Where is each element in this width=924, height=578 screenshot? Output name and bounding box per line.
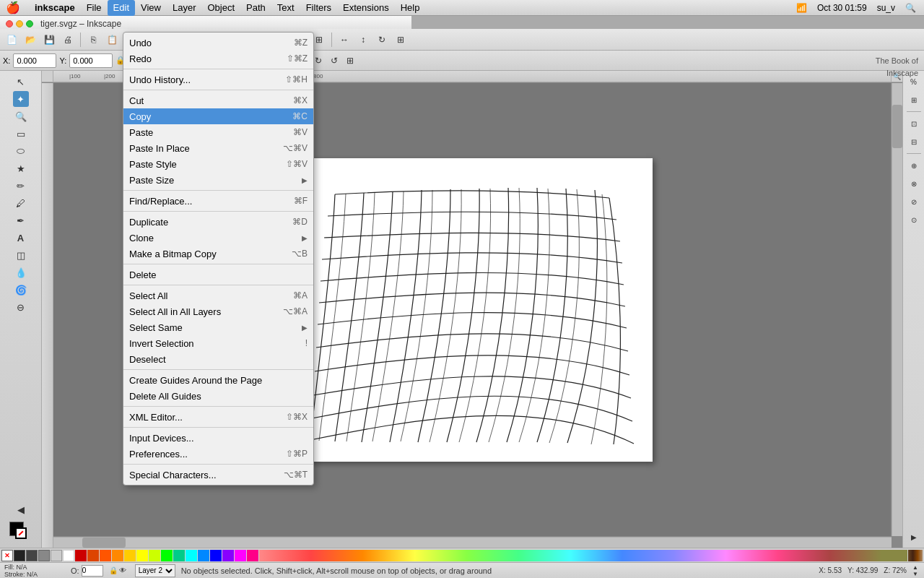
menubar-view[interactable]: View <box>135 0 167 16</box>
light-gray-swatch[interactable] <box>51 550 62 561</box>
menu-find-replace[interactable]: Find/Replace... ⌘F <box>123 193 313 209</box>
menu-redo[interactable]: Redo ⇧⌘Z <box>123 51 313 66</box>
menu-select-all-layers[interactable]: Select All in All Layers ⌥⌘A <box>123 303 313 319</box>
transform-btn1[interactable]: ↔ <box>336 31 353 48</box>
grid-btn[interactable]: ⊞ <box>392 31 409 48</box>
right-btn-6[interactable]: ⊗ <box>906 176 922 191</box>
status-scroll[interactable]: ▲ ▼ <box>912 564 920 577</box>
menubar-text[interactable]: Text <box>271 0 300 16</box>
y-input[interactable] <box>69 53 113 68</box>
close-btn-front[interactable] <box>6 20 13 27</box>
pencil-tool[interactable]: ✏ <box>13 178 29 194</box>
menu-paste-size[interactable]: Paste Size ▶ <box>123 172 313 188</box>
x-input[interactable] <box>13 53 56 68</box>
stroke-color-box[interactable] <box>15 527 27 539</box>
paste-btn-t[interactable]: 📋 <box>103 31 121 48</box>
purple-swatch[interactable] <box>222 550 234 561</box>
horizontal-scrollbar[interactable] <box>53 537 892 548</box>
menubar-help[interactable]: Help <box>395 0 426 16</box>
yellow-orange-swatch[interactable] <box>124 550 136 561</box>
node-tool[interactable]: ✦ <box>13 91 29 107</box>
menu-cut[interactable]: Cut ⌘X <box>123 92 313 108</box>
dropper-tool[interactable]: 💧 <box>13 264 29 280</box>
snap-grid-btn[interactable]: ⊞ <box>343 53 357 68</box>
menubar-edit[interactable]: Edit <box>108 0 135 16</box>
orange-swatch[interactable] <box>100 550 111 561</box>
teal-swatch[interactable] <box>173 550 185 561</box>
yellow-green-swatch[interactable] <box>149 550 160 561</box>
select-tool[interactable]: ↖ <box>13 74 29 90</box>
callig-tool[interactable]: ✒ <box>13 212 29 228</box>
black-swatch[interactable] <box>14 550 25 561</box>
yellow-swatch[interactable] <box>136 550 148 561</box>
zoom-tool[interactable]: 🔍 <box>13 108 29 124</box>
orange2-swatch[interactable] <box>112 550 123 561</box>
eye-layer-btn[interactable]: 👁 <box>119 566 126 574</box>
menu-paste-style[interactable]: Paste Style ⇧⌘V <box>123 156 313 172</box>
h-scrollbar-thumb[interactable] <box>82 538 126 548</box>
blue-swatch[interactable] <box>210 550 222 561</box>
gray-swatch[interactable] <box>38 550 50 561</box>
dark-red-swatch[interactable] <box>87 550 99 561</box>
vertical-scrollbar[interactable] <box>892 83 902 536</box>
menu-deselect[interactable]: Deselect <box>123 351 313 367</box>
menu-input-devices[interactable]: Input Devices... <box>123 430 313 446</box>
spray-tool[interactable]: 🌀 <box>13 282 29 298</box>
rotate-ccw-btn[interactable]: ↺ <box>327 53 341 68</box>
menubar-layer[interactable]: Layer <box>167 0 202 16</box>
menu-make-bitmap[interactable]: Make a Bitmap Copy ⌥B <box>123 246 313 262</box>
menu-special-chars[interactable]: Special Characters... ⌥⌘T <box>123 467 313 483</box>
copy-btn-t[interactable]: ⎘ <box>84 31 102 48</box>
pen-tool[interactable]: 🖊 <box>13 195 29 211</box>
right-btn-8[interactable]: ⊙ <box>906 212 922 228</box>
pink-swatch[interactable] <box>247 550 258 561</box>
menubar-file[interactable]: File <box>81 0 108 16</box>
menu-preferences[interactable]: Preferences... ⇧⌘P <box>123 446 313 462</box>
menubar-filters[interactable]: Filters <box>300 0 337 16</box>
search-icon[interactable]: 🔍 <box>905 3 916 13</box>
text-tool[interactable]: A <box>13 230 29 246</box>
brown-swatches[interactable] <box>908 550 923 561</box>
menu-invert-selection[interactable]: Invert Selection ! <box>123 335 313 351</box>
menu-clone[interactable]: Clone ▶ <box>123 230 313 246</box>
maximize-btn-front[interactable] <box>26 20 33 27</box>
layer-select[interactable]: Layer 2 <box>135 564 175 577</box>
gradient-tool[interactable]: ◫ <box>13 247 29 263</box>
open-btn[interactable]: 📂 <box>22 31 39 48</box>
toggle-left[interactable]: ◀ <box>13 501 29 517</box>
menu-delete-guides[interactable]: Delete All Guides <box>123 388 313 404</box>
v-scrollbar-thumb[interactable] <box>892 105 902 148</box>
right-btn-5[interactable]: ⊕ <box>906 158 922 173</box>
transform-btn3[interactable]: ↻ <box>373 31 391 48</box>
no-color-swatch[interactable]: ✕ <box>1 550 13 561</box>
sky-swatch[interactable] <box>198 550 209 561</box>
print-btn[interactable]: 🖨 <box>59 31 77 48</box>
gradient-swatches[interactable] <box>259 550 907 561</box>
menu-paste-in-place[interactable]: Paste In Place ⌥⌘V <box>123 140 313 156</box>
cyan-swatch[interactable] <box>186 550 197 561</box>
menubar-inkscape[interactable]: inkscape <box>29 0 81 16</box>
snap-toggle-3[interactable]: ⊡ <box>906 116 922 131</box>
white-swatch[interactable] <box>63 550 74 561</box>
menu-select-same[interactable]: Select Same ▶ <box>123 319 313 335</box>
magenta-swatch[interactable] <box>235 550 246 561</box>
new-btn[interactable]: 📄 <box>3 31 20 48</box>
dark-gray-swatch[interactable] <box>26 550 38 561</box>
menubar-object[interactable]: Object <box>202 0 241 16</box>
menu-create-guides[interactable]: Create Guides Around the Page <box>123 372 313 388</box>
snap-toggle-4[interactable]: ⊟ <box>906 134 922 150</box>
save-btn[interactable]: 💾 <box>40 31 58 48</box>
rect-tool[interactable]: ▭ <box>13 126 29 142</box>
menu-copy[interactable]: Copy ⌘C <box>123 108 313 124</box>
menubar-path[interactable]: Path <box>240 0 271 16</box>
opacity-input[interactable] <box>82 565 103 577</box>
red-swatch[interactable] <box>75 550 87 561</box>
menu-xml-editor[interactable]: XML Editor... ⇧⌘X <box>123 409 313 425</box>
toggle-right[interactable]: ▶ <box>906 529 922 545</box>
transform-btn2[interactable]: ↕ <box>354 31 372 48</box>
menu-duplicate[interactable]: Duplicate ⌘D <box>123 214 313 230</box>
green-swatch[interactable] <box>161 550 173 561</box>
menu-delete[interactable]: Delete <box>123 267 313 282</box>
menu-paste[interactable]: Paste ⌘V <box>123 124 313 140</box>
menu-select-all[interactable]: Select All ⌘A <box>123 288 313 303</box>
